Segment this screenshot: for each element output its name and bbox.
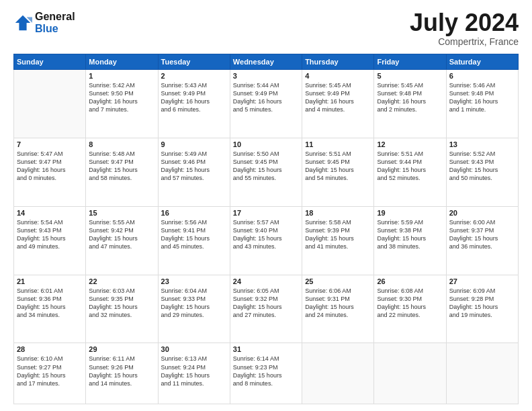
day-info: Sunrise: 5:59 AM Sunset: 9:38 PM Dayligh… bbox=[377, 218, 443, 251]
day-number: 15 bbox=[89, 209, 154, 217]
day-info: Sunrise: 5:51 AM Sunset: 9:45 PM Dayligh… bbox=[305, 150, 371, 183]
day-info: Sunrise: 5:54 AM Sunset: 9:43 PM Dayligh… bbox=[17, 218, 83, 251]
header: General Blue July 2024 Compertrix, Franc… bbox=[13, 11, 519, 47]
day-number: 12 bbox=[377, 140, 443, 148]
day-number: 21 bbox=[17, 277, 83, 285]
logo-icon bbox=[13, 13, 32, 32]
week-row-2: 7Sunrise: 5:47 AM Sunset: 9:47 PM Daylig… bbox=[14, 138, 519, 206]
calendar-cell: 19Sunrise: 5:59 AM Sunset: 9:38 PM Dayli… bbox=[374, 206, 446, 275]
day-info: Sunrise: 6:04 AM Sunset: 9:33 PM Dayligh… bbox=[161, 287, 227, 320]
day-info: Sunrise: 5:47 AM Sunset: 9:47 PM Dayligh… bbox=[17, 150, 83, 183]
day-number: 29 bbox=[89, 345, 154, 353]
day-info: Sunrise: 5:50 AM Sunset: 9:45 PM Dayligh… bbox=[233, 150, 299, 183]
day-info: Sunrise: 6:10 AM Sunset: 9:27 PM Dayligh… bbox=[17, 355, 83, 387]
calendar-cell: 26Sunrise: 6:08 AM Sunset: 9:30 PM Dayli… bbox=[374, 275, 446, 343]
location: Compertrix, France bbox=[410, 36, 519, 47]
day-number: 20 bbox=[449, 209, 515, 217]
day-info: Sunrise: 6:11 AM Sunset: 9:26 PM Dayligh… bbox=[89, 355, 154, 387]
day-header-thursday: Thursday bbox=[302, 54, 374, 70]
day-info: Sunrise: 5:56 AM Sunset: 9:41 PM Dayligh… bbox=[161, 218, 227, 251]
calendar-cell: 6Sunrise: 5:46 AM Sunset: 9:48 PM Daylig… bbox=[446, 70, 518, 138]
day-info: Sunrise: 6:14 AM Sunset: 9:23 PM Dayligh… bbox=[233, 355, 299, 387]
calendar-cell: 29Sunrise: 6:11 AM Sunset: 9:26 PM Dayli… bbox=[86, 343, 158, 404]
calendar-cell: 20Sunrise: 6:00 AM Sunset: 9:37 PM Dayli… bbox=[446, 206, 518, 275]
day-number: 10 bbox=[233, 140, 299, 148]
day-header-wednesday: Wednesday bbox=[230, 54, 302, 70]
month-title: July 2024 bbox=[410, 11, 519, 35]
day-header-sunday: Sunday bbox=[14, 54, 86, 70]
day-number: 5 bbox=[377, 72, 443, 80]
calendar-cell: 22Sunrise: 6:03 AM Sunset: 9:35 PM Dayli… bbox=[86, 275, 158, 343]
week-row-5: 28Sunrise: 6:10 AM Sunset: 9:27 PM Dayli… bbox=[14, 343, 519, 404]
calendar-cell: 16Sunrise: 5:56 AM Sunset: 9:41 PM Dayli… bbox=[158, 206, 230, 275]
day-number: 17 bbox=[233, 209, 299, 217]
logo: General Blue bbox=[13, 11, 75, 34]
day-number: 27 bbox=[449, 277, 515, 285]
day-info: Sunrise: 6:13 AM Sunset: 9:24 PM Dayligh… bbox=[161, 355, 227, 387]
day-number: 28 bbox=[17, 345, 83, 353]
day-info: Sunrise: 5:52 AM Sunset: 9:43 PM Dayligh… bbox=[449, 150, 515, 183]
day-info: Sunrise: 5:45 AM Sunset: 9:49 PM Dayligh… bbox=[305, 81, 371, 114]
day-info: Sunrise: 5:42 AM Sunset: 9:50 PM Dayligh… bbox=[89, 81, 154, 114]
calendar-cell: 13Sunrise: 5:52 AM Sunset: 9:43 PM Dayli… bbox=[446, 138, 518, 206]
calendar-cell bbox=[446, 343, 518, 404]
day-info: Sunrise: 5:51 AM Sunset: 9:44 PM Dayligh… bbox=[377, 150, 443, 183]
calendar-cell: 12Sunrise: 5:51 AM Sunset: 9:44 PM Dayli… bbox=[374, 138, 446, 206]
calendar-cell: 5Sunrise: 5:45 AM Sunset: 9:48 PM Daylig… bbox=[374, 70, 446, 138]
day-number: 18 bbox=[305, 209, 371, 217]
day-number: 30 bbox=[161, 345, 227, 353]
calendar-cell: 7Sunrise: 5:47 AM Sunset: 9:47 PM Daylig… bbox=[14, 138, 86, 206]
day-info: Sunrise: 5:48 AM Sunset: 9:47 PM Dayligh… bbox=[89, 150, 154, 183]
week-row-1: 1Sunrise: 5:42 AM Sunset: 9:50 PM Daylig… bbox=[14, 70, 519, 138]
calendar-cell bbox=[14, 70, 86, 138]
day-header-tuesday: Tuesday bbox=[158, 54, 230, 70]
calendar-cell: 10Sunrise: 5:50 AM Sunset: 9:45 PM Dayli… bbox=[230, 138, 302, 206]
logo-blue: Blue bbox=[35, 23, 75, 35]
day-number: 6 bbox=[449, 72, 515, 80]
day-info: Sunrise: 6:03 AM Sunset: 9:35 PM Dayligh… bbox=[89, 287, 154, 320]
day-number: 1 bbox=[89, 72, 154, 80]
day-number: 11 bbox=[305, 140, 371, 148]
calendar-cell: 25Sunrise: 6:06 AM Sunset: 9:31 PM Dayli… bbox=[302, 275, 374, 343]
calendar-cell: 31Sunrise: 6:14 AM Sunset: 9:23 PM Dayli… bbox=[230, 343, 302, 404]
day-number: 4 bbox=[305, 72, 371, 80]
calendar-cell: 4Sunrise: 5:45 AM Sunset: 9:49 PM Daylig… bbox=[302, 70, 374, 138]
day-number: 16 bbox=[161, 209, 227, 217]
day-info: Sunrise: 5:46 AM Sunset: 9:48 PM Dayligh… bbox=[449, 81, 515, 114]
calendar-cell: 24Sunrise: 6:05 AM Sunset: 9:32 PM Dayli… bbox=[230, 275, 302, 343]
calendar-cell bbox=[374, 343, 446, 404]
calendar-cell: 21Sunrise: 6:01 AM Sunset: 9:36 PM Dayli… bbox=[14, 275, 86, 343]
day-number: 25 bbox=[305, 277, 371, 285]
day-info: Sunrise: 6:09 AM Sunset: 9:28 PM Dayligh… bbox=[449, 287, 515, 320]
calendar-table: SundayMondayTuesdayWednesdayThursdayFrid… bbox=[13, 54, 519, 404]
day-info: Sunrise: 6:01 AM Sunset: 9:36 PM Dayligh… bbox=[17, 287, 83, 320]
logo-general: General bbox=[35, 11, 75, 23]
day-number: 19 bbox=[377, 209, 443, 217]
calendar-cell: 8Sunrise: 5:48 AM Sunset: 9:47 PM Daylig… bbox=[86, 138, 158, 206]
day-info: Sunrise: 5:57 AM Sunset: 9:40 PM Dayligh… bbox=[233, 218, 299, 251]
calendar-cell: 15Sunrise: 5:55 AM Sunset: 9:42 PM Dayli… bbox=[86, 206, 158, 275]
day-number: 13 bbox=[449, 140, 515, 148]
calendar-header-row: SundayMondayTuesdayWednesdayThursdayFrid… bbox=[14, 54, 519, 70]
title-block: July 2024 Compertrix, France bbox=[410, 11, 519, 47]
day-number: 2 bbox=[161, 72, 227, 80]
day-info: Sunrise: 5:44 AM Sunset: 9:49 PM Dayligh… bbox=[233, 81, 299, 114]
calendar-cell: 2Sunrise: 5:43 AM Sunset: 9:49 PM Daylig… bbox=[158, 70, 230, 138]
day-info: Sunrise: 6:08 AM Sunset: 9:30 PM Dayligh… bbox=[377, 287, 443, 320]
day-number: 24 bbox=[233, 277, 299, 285]
day-info: Sunrise: 6:05 AM Sunset: 9:32 PM Dayligh… bbox=[233, 287, 299, 320]
week-row-4: 21Sunrise: 6:01 AM Sunset: 9:36 PM Dayli… bbox=[14, 275, 519, 343]
calendar-cell: 28Sunrise: 6:10 AM Sunset: 9:27 PM Dayli… bbox=[14, 343, 86, 404]
day-info: Sunrise: 5:55 AM Sunset: 9:42 PM Dayligh… bbox=[89, 218, 154, 251]
calendar-cell: 9Sunrise: 5:49 AM Sunset: 9:46 PM Daylig… bbox=[158, 138, 230, 206]
day-info: Sunrise: 6:00 AM Sunset: 9:37 PM Dayligh… bbox=[449, 218, 515, 251]
day-number: 31 bbox=[233, 345, 299, 353]
day-info: Sunrise: 6:06 AM Sunset: 9:31 PM Dayligh… bbox=[305, 287, 371, 320]
day-number: 26 bbox=[377, 277, 443, 285]
day-number: 23 bbox=[161, 277, 227, 285]
calendar-cell bbox=[302, 343, 374, 404]
calendar-cell: 1Sunrise: 5:42 AM Sunset: 9:50 PM Daylig… bbox=[86, 70, 158, 138]
calendar-cell: 18Sunrise: 5:58 AM Sunset: 9:39 PM Dayli… bbox=[302, 206, 374, 275]
calendar-cell: 30Sunrise: 6:13 AM Sunset: 9:24 PM Dayli… bbox=[158, 343, 230, 404]
day-header-saturday: Saturday bbox=[446, 54, 518, 70]
